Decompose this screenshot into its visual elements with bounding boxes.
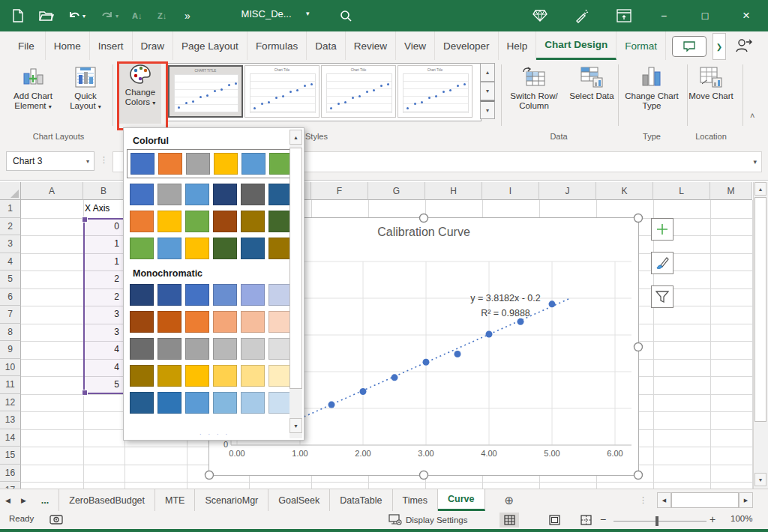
open-file-icon[interactable] (39, 7, 54, 25)
zoom-level[interactable]: 100% (730, 514, 752, 523)
ribbon-tab-insert[interactable]: Insert (90, 31, 133, 60)
chart-selection-handle[interactable] (420, 471, 428, 480)
ribbon-tab-file[interactable]: File (8, 31, 46, 60)
add-chart-element-button[interactable]: Add Chart Element ▾ (6, 63, 60, 126)
scatter-point[interactable] (328, 402, 335, 408)
sheet-tab-mte[interactable]: MTE (155, 489, 195, 511)
comments-button[interactable] (672, 36, 706, 57)
row-header-10[interactable]: 10 (0, 359, 21, 377)
gallery-more-button[interactable]: ▾ (480, 100, 495, 119)
search-icon[interactable] (339, 7, 352, 25)
chart-style-thumbnail[interactable]: Chart Title (398, 65, 472, 118)
more-commands-icon[interactable]: » (184, 7, 190, 25)
ribbon-tab-page-layout[interactable]: Page Layout (173, 31, 248, 60)
chart-selection-handle[interactable] (634, 214, 643, 223)
maximize-button[interactable]: □ (692, 6, 718, 25)
premium-diamond-icon[interactable] (532, 7, 548, 25)
menu-resize-handle[interactable]: · · · · (195, 430, 234, 438)
horizontal-scrollbar[interactable]: ◀ ▶ (657, 492, 754, 508)
zoom-in-button[interactable]: + (710, 513, 716, 525)
colorful-palette-row-1[interactable] (127, 149, 301, 178)
monochromatic-palette-row-1[interactable] (130, 284, 304, 306)
column-header-H[interactable]: H (425, 182, 482, 200)
quick-layout-button[interactable]: Quick Layout ▾ (62, 63, 110, 126)
ribbon-tab-help[interactable]: Help (499, 31, 537, 60)
column-header-K[interactable]: K (596, 182, 653, 200)
close-button[interactable]: × (734, 6, 759, 25)
ribbon-tab-format[interactable]: Format (616, 31, 666, 60)
tab-bar-divider[interactable]: ⋮ (639, 495, 647, 505)
hscroll-left-icon[interactable]: ◀ (657, 492, 671, 508)
column-header-L[interactable]: L (653, 182, 710, 200)
sheet-nav-left-icon[interactable]: ◀ (0, 489, 16, 511)
zoom-out-button[interactable]: − (600, 513, 606, 525)
move-chart-button[interactable]: Move Chart (688, 63, 734, 126)
gallery-scroll-up-button[interactable]: ▴ (480, 63, 495, 82)
vertical-scrollbar[interactable]: ▲▼ (753, 182, 768, 489)
row-header-17[interactable]: 17 (0, 482, 21, 489)
row-header-9[interactable]: 9 (0, 341, 21, 359)
chart-selection-handle[interactable] (206, 471, 214, 480)
column-header-M[interactable]: M (710, 182, 752, 200)
row-header-4[interactable]: 4 (0, 253, 21, 271)
colorful-palette-row-2[interactable] (130, 184, 304, 205)
column-header-J[interactable]: J (539, 182, 596, 200)
page-break-view-button[interactable] (576, 513, 596, 528)
cell-B1[interactable]: X Axis (85, 203, 122, 214)
chart-filters-button[interactable] (651, 285, 674, 308)
sheet-tab-datatable[interactable]: DataTable (330, 489, 392, 511)
undo-dropdown-icon[interactable]: ▾ (82, 7, 86, 25)
r-squared-label[interactable]: R² = 0.9888 (434, 308, 577, 318)
sheet-tab-zerobasedbudget[interactable]: ZeroBasedBudget (59, 489, 155, 511)
vscroll-down-icon[interactable]: ▼ (754, 473, 766, 486)
scatter-point[interactable] (486, 331, 493, 338)
name-box-chevron-icon[interactable]: ▾ (86, 158, 89, 165)
ribbon-tab-chart-design[interactable]: Chart Design (536, 31, 616, 60)
vscroll-thumb[interactable] (754, 197, 766, 422)
document-title[interactable]: MISC_De... (225, 8, 308, 19)
chart-style-thumbnail[interactable]: Chart Title (244, 65, 320, 118)
menu-scroll-down-icon[interactable]: ▼ (290, 418, 302, 433)
chart-selection-handle[interactable] (634, 343, 643, 351)
trendline-equation[interactable]: y = 3.8182x - 0.2 (434, 293, 577, 303)
page-layout-view-button[interactable] (544, 513, 564, 528)
row-header-11[interactable]: 11 (0, 376, 21, 394)
share-icon[interactable] (735, 37, 753, 55)
hscroll-right-icon[interactable]: ▶ (739, 492, 753, 508)
monochromatic-palette-row-4[interactable] (130, 365, 304, 387)
switch-row-column-button[interactable]: Switch Row/ Column (501, 63, 567, 126)
scatter-point[interactable] (360, 388, 367, 395)
ribbon-tab-home[interactable]: Home (46, 31, 90, 60)
chart-styles-button[interactable] (651, 252, 674, 274)
sheet-tab-scenariomgr[interactable]: ScenarioMgr (195, 489, 268, 511)
display-settings-icon[interactable]: Display Settings (388, 514, 467, 525)
row-header-13[interactable]: 13 (0, 411, 21, 429)
zoom-slider-handle[interactable] (656, 516, 658, 526)
name-box[interactable]: Chart 3 ▾ (6, 151, 94, 171)
column-header-B[interactable]: B (83, 182, 124, 200)
chart-elements-button[interactable] (651, 218, 674, 241)
chart-style-thumbnail[interactable]: Chart Title (321, 65, 396, 118)
ribbon-display-options-icon[interactable] (616, 7, 632, 25)
row-header-16[interactable]: 16 (0, 465, 21, 483)
formula-bar-divider[interactable]: ⋮ (100, 155, 108, 165)
sheet-nav-right-icon[interactable]: ▶ (16, 489, 32, 511)
row-header-8[interactable]: 8 (0, 324, 21, 342)
ribbon-overflow-button[interactable]: ❯ (712, 33, 726, 60)
ribbon-tab-review[interactable]: Review (346, 31, 396, 60)
monochromatic-palette-row-5[interactable] (130, 392, 304, 414)
ribbon-tab-draw[interactable]: Draw (133, 31, 174, 60)
sheet-tab-curve[interactable]: Curve (438, 489, 484, 511)
column-header-F[interactable]: F (311, 182, 368, 200)
row-header-6[interactable]: 6 (0, 288, 21, 306)
vscroll-up-icon[interactable]: ▲ (754, 182, 766, 196)
normal-view-button[interactable] (500, 513, 519, 528)
menu-scroll-up-icon[interactable]: ▲ (290, 130, 302, 145)
document-title-chevron-icon[interactable]: ▾ (306, 10, 310, 17)
formula-bar-expand-icon[interactable]: ▾ (753, 158, 757, 166)
chart-selection-handle[interactable] (634, 471, 643, 480)
range-handle[interactable] (82, 217, 88, 223)
range-handle[interactable] (82, 390, 88, 396)
monochromatic-palette-row-3[interactable] (130, 338, 304, 360)
sheet-tab-goalseek[interactable]: GoalSeek (268, 489, 330, 511)
